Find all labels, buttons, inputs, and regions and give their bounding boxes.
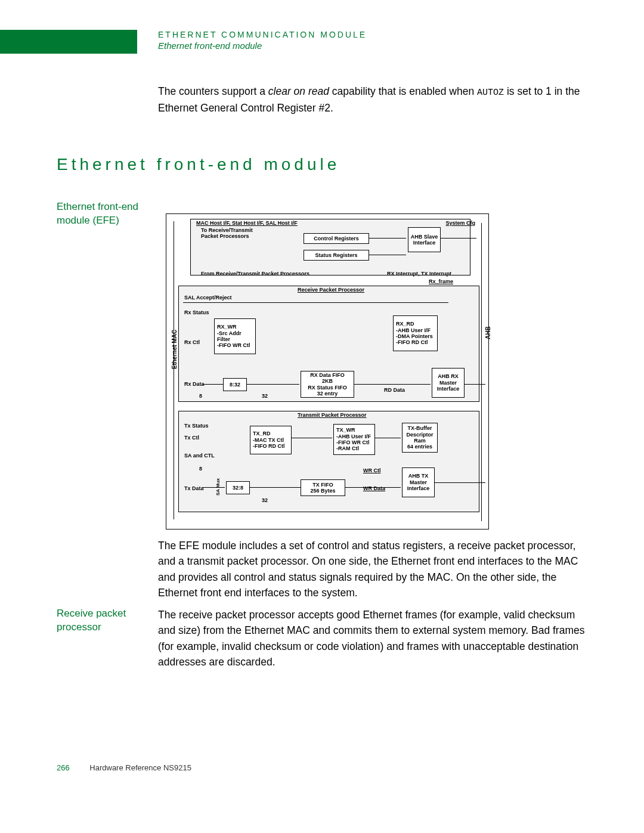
label-tx-data: Tx Data (184, 485, 204, 491)
label-tpp-title: Transmit Packet Processor (298, 412, 367, 418)
box-rx-wr: RX_WR -Src Addr Filter -FIFO WR Ctl (214, 318, 256, 354)
label-wr-ctl: WR Ctl (363, 467, 381, 473)
rx-fifo-l3: RX Status FIFO (308, 385, 347, 391)
intro-text-pre: The counters support a (158, 85, 268, 97)
arrow-line (369, 255, 406, 255)
label-rx-status: Rx Status (184, 309, 209, 315)
tx-wr-title: TX_WR (336, 427, 355, 433)
arrow-line (292, 438, 332, 438)
box-rx-fifo: RX Data FIFO 2KB RX Status FIFO 32 entry (301, 371, 354, 398)
label-ahb-bus: AHB (485, 326, 491, 339)
arrow-line (435, 482, 485, 483)
tx-buf-l2: Descriptor (406, 432, 433, 438)
rx-wr-l2: -FIFO WR Ctl (217, 342, 250, 348)
label-tx-ctl: Tx Ctl (184, 435, 199, 441)
intro-text-mid: capability that is enabled when (329, 85, 477, 97)
rx-rd-l1: -AHB User I/F (396, 327, 431, 333)
arrow-line (465, 384, 485, 385)
header-section: Ethernet front-end module (158, 41, 367, 51)
tx-wr-l1: -AHB User I/F (336, 433, 371, 439)
label-tx-32: 32 (262, 497, 268, 503)
box-status-registers: Status Registers (304, 250, 369, 261)
box-ahb-tx: AHB TX Master Interface (402, 467, 435, 497)
intro-paragraph: The counters support a clear on read cap… (158, 83, 587, 116)
arrow-line (354, 384, 431, 385)
label-sa-ctl: SA and CTL (184, 453, 215, 459)
subheading-efe: Ethernet front-end module (EFE) (57, 200, 146, 228)
arrow-line (183, 302, 448, 303)
subheading-rpp: Receive packet processor (57, 607, 146, 634)
label-rd-data: RD Data (384, 387, 405, 393)
label-rx-ctl: Rx Ctl (184, 339, 200, 345)
box-tx-fifo: TX FIFO 256 Bytes (301, 479, 345, 496)
box-tx-rd: TX_RD -MAC TX Ctl -FIFO RD Ctl (250, 426, 292, 454)
label-wr-data: WR Data (363, 485, 385, 491)
rx-fifo-l1: RX Data FIFO (310, 372, 345, 378)
ahb-tx-text: AHB TX Master Interface (404, 473, 433, 491)
tx-buf-l4: 64 entries (407, 444, 432, 450)
ahb-rx-text: AHB RX Master Interface (434, 373, 463, 392)
efe-description-paragraph: The EFE module includes a set of control… (158, 538, 587, 600)
label-rpp-title: Receive Packet Processor (298, 287, 364, 293)
label-ethernet-mac: Ethernet MAC (171, 330, 178, 369)
box-ahb-slave: AHB Slave Interface (408, 227, 441, 252)
arrow-line (202, 487, 225, 488)
ahb-bus-line (481, 223, 482, 521)
arrow-line (345, 487, 401, 488)
label-rx-8: 8 (199, 393, 202, 399)
tx-wr-l2: -FIFO WR Ctl (336, 439, 370, 445)
rx-wr-l1: -Src Addr Filter (217, 330, 254, 343)
box-tx-buffer: TX-Buffer Descriptor Ram 64 entries (402, 423, 438, 453)
rx-rd-l2: -DMA Pointers (396, 333, 433, 339)
tx-buf-l1: TX-Buffer (408, 425, 432, 431)
label-to-rx-tx: To Receive/Transmit Packet Processors (201, 227, 267, 240)
rx-wr-title: RX_WR (217, 324, 237, 330)
tx-fifo-l2: 256 Bytes (310, 488, 335, 494)
efe-block-diagram: MAC Host I/F, Stat Host I/F, SAL Host I/… (166, 213, 489, 529)
label-mac-host-if: MAC Host I/F, Stat Host I/F, SAL Host I/… (196, 220, 298, 226)
label-sal-accept: SAL Accept/Reject (184, 295, 232, 301)
intro-text-code: AUTOZ (477, 88, 504, 98)
arrow-line (202, 384, 223, 385)
section-title: Ethernet front-end module (57, 155, 340, 174)
box-32-8: 32:8 (226, 481, 250, 494)
label-rx-data: Rx Data (184, 381, 205, 387)
box-rx-rd: RX_RD -AHB User I/F -DMA Pointers -FIFO … (393, 315, 438, 351)
rx-rd-l3: -FIFO RD Ctl (396, 339, 428, 345)
tx-rd-l2: -FIFO RD Ctl (253, 443, 285, 449)
running-header: ETHERNET COMMUNICATION MODULE Ethernet f… (158, 30, 367, 51)
rx-fifo-l4: 32 entry (317, 391, 338, 397)
box-ahb-rx: AHB RX Master Interface (432, 368, 465, 398)
footer-doc-title: Hardware Reference NS9215 (89, 763, 191, 772)
tx-rd-l1: -MAC TX Ctl (253, 437, 284, 443)
box-8-32: 8:32 (223, 378, 247, 391)
header-accent-bar (0, 30, 137, 54)
box-tx-wr: TX_WR -AHB User I/F -FIFO WR Ctl -RAM Ct… (333, 424, 375, 455)
label-from-rx-tx: From Receive/Transmit Packet Processors (201, 271, 309, 277)
mac-bus-line (174, 221, 174, 519)
intro-text-em: clear on read (268, 85, 329, 97)
ahb-slave-text: AHB Slave Interface (410, 234, 439, 246)
label-tx-status: Tx Status (184, 423, 209, 429)
arrow-line (247, 384, 299, 385)
tx-fifo-l1: TX FIFO (312, 482, 333, 488)
section-divider: . . . . . . . . . . . . . . . . . . . . … (57, 179, 587, 185)
tx-rd-title: TX_RD (253, 431, 271, 436)
box-control-registers: Control Registers (304, 233, 369, 244)
label-system-cfg: System Cfg (445, 220, 475, 226)
label-tx-8: 8 (199, 466, 202, 472)
rx-rd-title: RX_RD (396, 321, 414, 327)
arrow-line (250, 487, 301, 488)
tx-buf-l3: Ram (414, 438, 426, 444)
arrow-line (375, 438, 401, 438)
label-rx-32: 32 (262, 393, 268, 399)
page-number: 266 (57, 763, 70, 772)
rpp-description-paragraph: The receive packet processor accepts goo… (158, 607, 587, 670)
tx-wr-l3: -RAM Ctl (336, 445, 359, 451)
rx-fifo-l2: 2KB (322, 378, 333, 384)
header-chapter: ETHERNET COMMUNICATION MODULE (158, 30, 367, 39)
arrow-line (441, 238, 476, 239)
page-footer: 266 Hardware Reference NS9215 (57, 763, 191, 772)
arrow-line (369, 238, 406, 239)
label-rx-frame: Rx_frame (429, 278, 453, 284)
